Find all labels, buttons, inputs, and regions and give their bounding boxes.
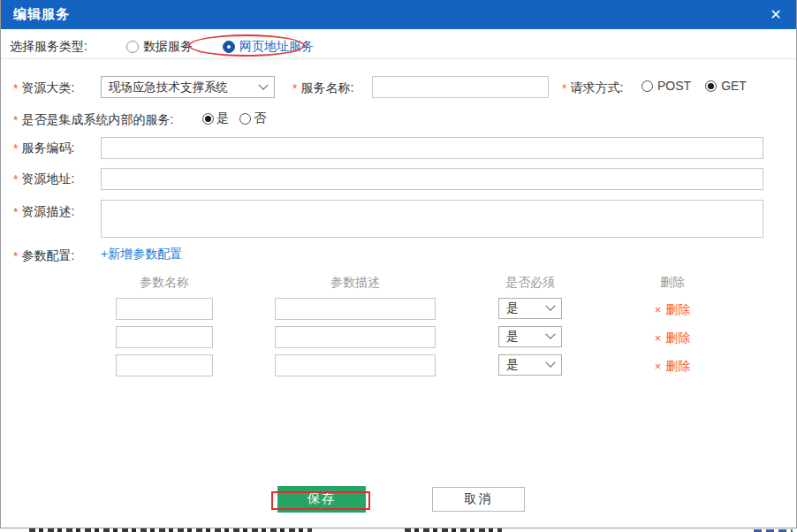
radio-post[interactable]: POST	[641, 79, 691, 93]
internal-service-group: 是 否	[202, 110, 266, 126]
chevron-down-icon	[258, 80, 268, 89]
radio-checked-icon	[202, 113, 214, 125]
service-type-row: 选择服务类型: 数据服务 网页地址服务	[10, 37, 328, 57]
param-required-select[interactable]: 是	[498, 298, 562, 319]
radio-data-service-label: 数据服务	[143, 39, 193, 55]
radio-no-label: 否	[254, 110, 266, 126]
dialog-title: 编辑服务	[13, 6, 70, 23]
add-param-config-link[interactable]: +新增参数配置	[101, 247, 182, 262]
chevron-down-icon	[545, 330, 555, 339]
radio-post-label: POST	[657, 79, 691, 93]
internal-service-label: * 是否是集成系统内部的服务:	[13, 109, 173, 131]
param-description-input[interactable]	[275, 298, 436, 320]
required-marker: *	[13, 249, 18, 263]
service-type-label: 选择服务类型:	[10, 39, 87, 55]
param-name-input[interactable]	[116, 326, 213, 348]
clipped-text-fragment	[29, 528, 312, 532]
service-name-input[interactable]	[372, 76, 549, 98]
param-name-input[interactable]	[116, 298, 213, 320]
edit-service-dialog: 编辑服务 ✕ 选择服务类型: 数据服务 网页地址服务 * 资源大类: 现场应急技…	[0, 0, 797, 528]
resource-category-select[interactable]: 现场应急技术支撑系统	[101, 76, 275, 98]
radio-webpage-service-label: 网页地址服务	[239, 39, 314, 55]
required-marker: *	[13, 141, 18, 156]
radio-unchecked-icon	[239, 113, 251, 125]
required-marker: *	[13, 81, 18, 95]
required-marker: *	[13, 205, 18, 219]
clipped-text-fragment	[405, 528, 502, 532]
chevron-down-icon	[545, 301, 555, 311]
resource-category-value: 现场应急技术支撑系统	[109, 80, 228, 95]
param-required-value: 是	[506, 300, 519, 316]
delete-x-icon: ×	[655, 331, 662, 345]
radio-yes[interactable]: 是	[202, 110, 229, 126]
delete-x-icon: ×	[655, 360, 662, 373]
service-code-input[interactable]	[101, 137, 763, 159]
screen: 编辑服务 ✕ 选择服务类型: 数据服务 网页地址服务 * 资源大类: 现场应急技…	[0, 0, 797, 532]
close-icon[interactable]: ✕	[763, 0, 789, 29]
required-marker: *	[13, 113, 18, 127]
required-marker: *	[13, 172, 18, 186]
separator-line	[1, 58, 796, 59]
radio-unchecked-icon	[126, 41, 139, 53]
param-required-value: 是	[506, 329, 519, 345]
radio-data-service[interactable]: 数据服务	[126, 39, 193, 55]
delete-row-link[interactable]: ×删除	[624, 359, 721, 375]
param-required-select[interactable]: 是	[498, 354, 562, 376]
service-code-label: * 服务编码:	[13, 137, 74, 159]
resource-description-textarea[interactable]	[101, 200, 763, 238]
required-marker: *	[292, 81, 297, 95]
param-required-value: 是	[506, 357, 519, 373]
resource-address-input[interactable]	[101, 168, 763, 190]
radio-checked-icon	[223, 41, 235, 53]
cancel-button[interactable]: 取消	[432, 487, 525, 512]
resource-description-label: * 资源描述:	[13, 201, 74, 223]
clipped-background-text	[0, 528, 797, 532]
chevron-down-icon	[545, 358, 555, 368]
param-description-header: 参数描述	[275, 275, 436, 291]
delete-row-link[interactable]: ×删除	[624, 302, 721, 318]
param-description-input[interactable]	[275, 326, 436, 348]
delete-row-link[interactable]: ×删除	[624, 331, 721, 346]
radio-no[interactable]: 否	[239, 110, 266, 126]
param-config-label: * 参数配置:	[13, 245, 74, 267]
param-required-header: 是否必须	[490, 275, 571, 291]
radio-webpage-service[interactable]: 网页地址服务	[223, 39, 314, 55]
param-description-input[interactable]	[275, 354, 436, 376]
radio-unchecked-icon	[641, 80, 653, 92]
radio-get[interactable]: GET	[705, 79, 747, 93]
request-method-group: POST GET	[641, 79, 747, 93]
required-marker: *	[562, 81, 566, 95]
param-name-input[interactable]	[116, 354, 213, 376]
dialog-titlebar: 编辑服务 ✕	[1, 0, 796, 29]
resource-category-label: * 资源大类:	[13, 77, 74, 99]
resource-address-label: * 资源地址:	[13, 168, 74, 190]
delete-x-icon: ×	[655, 303, 662, 316]
radio-get-label: GET	[721, 79, 747, 93]
service-name-label: * 服务名称:	[292, 77, 353, 99]
param-required-select[interactable]: 是	[498, 326, 562, 347]
request-method-label: * 请求方式:	[562, 77, 623, 99]
param-delete-header: 删除	[624, 275, 721, 291]
radio-yes-label: 是	[216, 110, 229, 126]
save-button[interactable]: 保存	[277, 486, 366, 513]
radio-checked-icon	[705, 80, 717, 92]
param-name-header: 参数名称	[116, 275, 213, 291]
